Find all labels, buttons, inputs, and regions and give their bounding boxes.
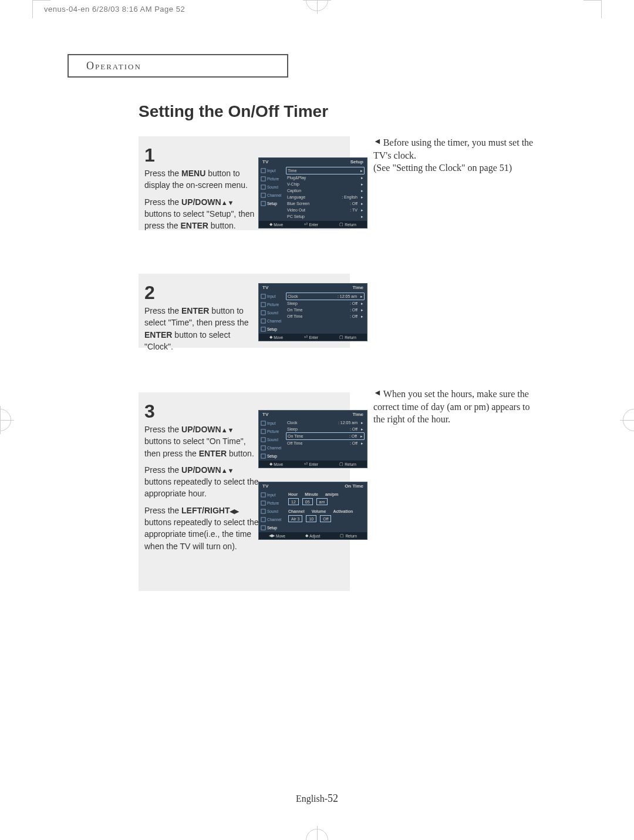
osd-title-left: TV	[262, 483, 268, 489]
caret-left-icon: ◄	[373, 388, 382, 399]
osd-sidebar-item: Input	[260, 293, 284, 300]
section-box: Operation	[68, 54, 288, 78]
svg-rect-1	[261, 176, 265, 180]
osd-row: Clock: 12:05 am▸	[286, 293, 365, 300]
registration-mark	[0, 409, 11, 431]
osd-title-left: TV	[262, 412, 268, 417]
osd-setup-menu: TV Setup InputPictureSoundChannelSetup T…	[258, 157, 367, 229]
osd-sidebar-item: Sound	[260, 309, 284, 316]
osd-row: Time▸	[286, 167, 365, 174]
osd-value: Off	[320, 515, 331, 522]
osd-main: Clock: 12:05 am▸Sleep: Off▸On Time: Off▸…	[285, 418, 367, 461]
svg-rect-9	[261, 327, 265, 331]
osd-value: Air 3	[288, 515, 302, 522]
osd-value: am	[316, 498, 328, 505]
svg-rect-0	[261, 168, 265, 172]
osd-row: Off Time: Off▸	[286, 313, 365, 320]
osd-sidebar-item: Input	[260, 419, 284, 426]
svg-rect-5	[261, 294, 265, 298]
osd-row: Language: English▸	[286, 194, 365, 200]
osd-sidebar-item: Sound	[260, 436, 284, 443]
osd-footer: ◆ Move ⏎ Enter ▢ Return	[259, 221, 367, 228]
osd-sidebar-item: Picture	[260, 499, 284, 506]
osd-main: Clock: 12:05 am▸Sleep: Off▸On Time: Off▸…	[285, 291, 367, 334]
step-text: Press the MENU button to display the on-…	[144, 167, 256, 231]
osd-value: 05	[302, 498, 313, 505]
note-step1: ◄ Before using the timer, you must set t…	[373, 136, 537, 174]
crop-mark	[584, 0, 602, 18]
osd-sidebar-item: Picture	[260, 301, 284, 308]
osd-label: Channel	[288, 509, 305, 513]
note-text: When you set the hours, make sure the co…	[373, 389, 530, 424]
svg-rect-10	[261, 421, 265, 425]
osd-sidebar-item: Picture	[260, 175, 284, 182]
osd-title-right: Time	[352, 412, 363, 417]
osd-title-right: On Time	[345, 483, 363, 489]
osd-row: Sleep: Off▸	[286, 426, 365, 432]
page-slug: venus-04-en 6/28/03 8:16 AM Page 52	[44, 5, 185, 14]
osd-footer: ◀▶ Move ◆ Adjust ▢ Return	[259, 532, 367, 539]
osd-sidebar: InputPictureSoundChannelSetup	[259, 418, 285, 461]
osd-row: PC Setup▸	[286, 213, 365, 220]
svg-rect-12	[261, 437, 265, 441]
osd-sidebar: InputPictureSoundChannelSetup	[259, 166, 285, 221]
osd-row: Video Out: TV▸	[286, 207, 365, 213]
svg-rect-2	[261, 184, 265, 189]
osd-row: V-Chip▸	[286, 181, 365, 187]
osd-footer: ◆ Move ⏎ Enter ▢ Return	[259, 334, 367, 341]
osd-ontime-detail: TV On Time InputPictureSoundChannelSetup…	[258, 482, 367, 540]
section-label: Operation	[86, 60, 141, 72]
osd-main: Time▸Plug&Play▸V-Chip▸Caption▸Language: …	[285, 166, 367, 221]
page-title: Setting the On/Off Timer	[139, 102, 328, 121]
note-text: Before using the timer, you must set the…	[373, 137, 533, 160]
registration-mark	[623, 409, 634, 431]
registration-mark	[306, 0, 328, 11]
osd-footer: ◆ Move ⏎ Enter ▢ Return	[259, 461, 367, 468]
osd-time-menu-ontime: TV Time InputPictureSoundChannelSetup Cl…	[258, 410, 367, 468]
svg-rect-14	[261, 453, 265, 458]
svg-rect-6	[261, 302, 265, 306]
osd-row: On Time: Off▸	[286, 307, 365, 313]
osd-row: Plug&Play▸	[286, 174, 365, 181]
osd-main: Hour Minute am/pm 12 05 am Channel Volum…	[285, 490, 367, 532]
osd-row: Blue Screen: Off▸	[286, 200, 365, 207]
caret-left-icon: ◄	[373, 136, 382, 147]
osd-sidebar-item: Channel	[260, 516, 284, 523]
osd-label: Hour	[288, 492, 298, 496]
osd-row: Off Time: Off▸	[286, 440, 365, 446]
osd-sidebar: InputPictureSoundChannelSetup	[259, 490, 285, 532]
osd-sidebar-item: Picture	[260, 428, 284, 435]
osd-title-right: Time	[352, 285, 363, 290]
osd-sidebar-item: Channel	[260, 444, 284, 451]
osd-label: am/pm	[325, 492, 339, 496]
osd-row: Caption▸	[286, 187, 365, 194]
svg-rect-7	[261, 310, 265, 314]
svg-rect-13	[261, 445, 265, 449]
osd-label: Minute	[305, 492, 318, 496]
svg-rect-4	[261, 201, 265, 205]
osd-title-right: Setup	[350, 159, 363, 164]
osd-sidebar-item: Setup	[260, 524, 284, 531]
svg-rect-19	[261, 525, 265, 529]
svg-rect-15	[261, 492, 265, 496]
osd-title-left: TV	[262, 159, 268, 164]
osd-sidebar-item: Channel	[260, 191, 284, 199]
osd-sidebar-item: Input	[260, 167, 284, 174]
osd-sidebar-item: Sound	[260, 508, 284, 515]
osd-row: On Time: Off▸	[286, 432, 365, 440]
note-text: (See "Setting the Clock" on page 51)	[373, 163, 512, 173]
osd-label: Volume	[312, 509, 326, 513]
osd-title-left: TV	[262, 285, 268, 290]
osd-label: Activation	[333, 509, 353, 513]
osd-sidebar: InputPictureSoundChannelSetup	[259, 291, 285, 334]
osd-sidebar-item: Channel	[260, 317, 284, 324]
svg-rect-3	[261, 193, 265, 197]
osd-sidebar-item: Setup	[260, 325, 284, 332]
svg-rect-8	[261, 318, 265, 322]
step-text: Press the ENTER button to select "Time",…	[144, 305, 256, 352]
osd-value: 10	[306, 515, 316, 522]
osd-value: 12	[288, 498, 299, 505]
osd-sidebar-item: Sound	[260, 183, 284, 190]
svg-rect-17	[261, 509, 265, 513]
osd-sidebar-item: Input	[260, 491, 284, 498]
